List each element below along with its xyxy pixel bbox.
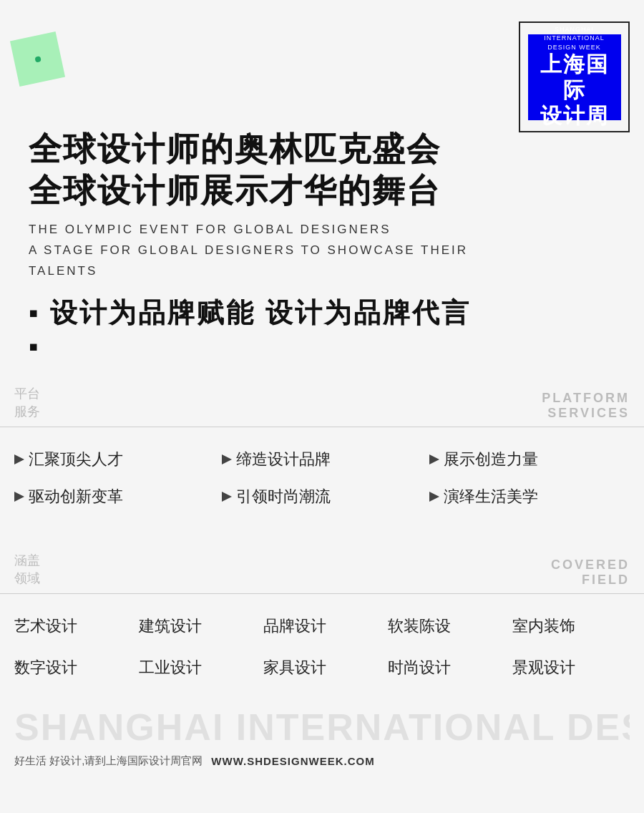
list-item: 数字设计 — [14, 657, 132, 678]
list-item: 工业设计 — [139, 657, 256, 678]
covered-label-en: COVERED FIELD — [551, 558, 630, 588]
decorative-square — [10, 31, 65, 87]
headline-zh: 全球设计师的奥林匹克盛会 全球设计师展示才华的舞台 — [29, 129, 487, 211]
footer-zh-text: 好生活 好设计,请到上海国际设计周官网 — [14, 754, 203, 768]
covered-field-divider: 涵盖 领域 COVERED FIELD — [0, 536, 644, 594]
top-section: SHANGHAI INTERNATIONAL DESIGN WEEK 上海国际 … — [0, 0, 644, 369]
logo-box-inner: SHANGHAI INTERNATIONAL DESIGN WEEK 上海国际 … — [528, 34, 621, 120]
list-item: 家具设计 — [263, 657, 381, 678]
platform-services-divider: 平台 服务 PLATFORM SERVICES — [0, 369, 644, 427]
list-item: 汇聚顶尖人才 — [14, 449, 215, 470]
bullet-icon — [14, 454, 24, 464]
bullet-icon — [222, 454, 232, 464]
list-item: 展示创造力量 — [429, 449, 630, 470]
list-item: 景观设计 — [512, 657, 630, 678]
list-item: 时尚设计 — [388, 657, 505, 678]
list-item: 建筑设计 — [139, 615, 256, 637]
footer: 好生活 好设计,请到上海国际设计周官网 WWW.SHDESIGNWEEK.COM — [0, 749, 644, 782]
watermark-section: SHANGHAI INTERNATIONAL DESIGN WEEK — [0, 693, 644, 748]
list-item: 演绎生活美学 — [429, 486, 630, 507]
logo-box: SHANGHAI INTERNATIONAL DESIGN WEEK 上海国际 … — [519, 21, 630, 132]
list-item: 室内装饰 — [512, 615, 630, 637]
list-item: 驱动创新变革 — [14, 486, 215, 507]
list-item: 软装陈设 — [388, 615, 505, 637]
bullet-icon — [222, 492, 232, 502]
list-item: 引领时尚潮流 — [222, 486, 422, 507]
watermark-text: SHANGHAI INTERNATIONAL DESIGN WEEK — [14, 707, 630, 748]
headline-en: THE OLYMPIC EVENT FOR GLOBAL DESIGNERS A… — [29, 220, 487, 282]
list-item: 品牌设计 — [263, 615, 381, 637]
logo-main-text: 上海国际 设计周 — [534, 52, 615, 129]
list-item: 缔造设计品牌 — [222, 449, 422, 470]
services-grid: 汇聚顶尖人才 缔造设计品牌 展示创造力量 驱动创新变革 引领时尚潮流 演绎生活美… — [0, 427, 644, 522]
fields-grid: 艺术设计 建筑设计 品牌设计 软装陈设 室内装饰 数字设计 工业设计 家具设计 … — [0, 594, 644, 693]
list-item: 艺术设计 — [14, 615, 132, 637]
platform-label-en: PLATFORM SERVICES — [542, 391, 630, 421]
platform-label-zh: 平台 服务 — [14, 385, 40, 421]
tagline: ▪ 设计为品牌赋能 设计为品牌代言 ▪ — [29, 295, 487, 362]
covered-label-zh: 涵盖 领域 — [14, 552, 40, 588]
bullet-icon — [429, 454, 439, 464]
footer-en-text: WWW.SHDESIGNWEEK.COM — [211, 755, 374, 767]
bullet-icon — [429, 492, 439, 502]
logo-top-text: SHANGHAI INTERNATIONAL DESIGN WEEK — [544, 25, 604, 52]
covered-section: 涵盖 领域 COVERED FIELD 艺术设计 建筑设计 品牌设计 软装陈设 … — [0, 536, 644, 693]
bullet-icon — [14, 492, 24, 502]
